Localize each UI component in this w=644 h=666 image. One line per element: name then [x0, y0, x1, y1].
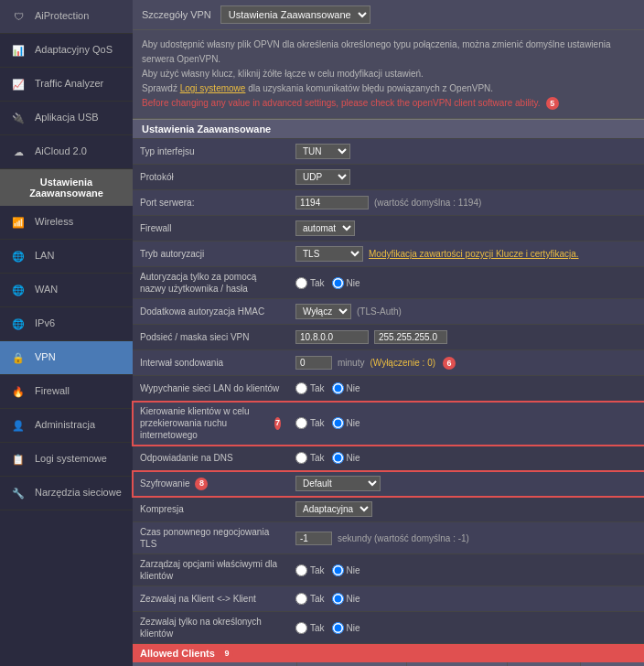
sidebar-label-usb: Aplikacja USB: [35, 112, 99, 124]
value-firewall: automattaknie: [288, 218, 644, 239]
allowed-clients-title: Allowed Clients: [140, 648, 215, 659]
aiprotection-icon: 🛡: [9, 7, 27, 26]
radio-wypychanie: Tak Nie: [295, 382, 360, 394]
select-firewall[interactable]: automattaknie: [295, 220, 355, 236]
input-podsiec-ip[interactable]: [295, 330, 369, 344]
label-zezwalaj-klient: Zezwalaj na Klient <-> Klient: [133, 589, 288, 608]
sidebar-label-wan: WAN: [35, 284, 58, 295]
select-protokol[interactable]: UDPTCP: [295, 169, 350, 185]
value-zezwalaj-tylko: Tak Nie: [288, 619, 644, 637]
row-interwał-sondowania: Interwał sondowania minuty (Wyłączenie :…: [133, 350, 644, 376]
sidebar-label-tools: Narzędzia sieciowe: [35, 487, 122, 499]
badge-5: 5: [546, 97, 559, 110]
value-opcje-wlasciwymi: Tak Nie: [288, 562, 644, 579]
sidebar-item-lan[interactable]: 🌐 LAN: [0, 240, 133, 274]
row-protokol: Protokół UDPTCP: [133, 165, 644, 190]
label-autoryzacja-haslo: Autoryzacja tylko za pomocą nazwy użytko…: [133, 267, 288, 298]
col-maska: Maska podsieci: [407, 662, 508, 666]
sidebar-item-firewall[interactable]: 🔥 Firewall: [0, 375, 133, 409]
info-line3: Sprawdź Logi systemowe dla uzyskania kom…: [142, 81, 636, 96]
radio-dns: Tak Nie: [295, 452, 360, 464]
note-port-serwera: (wartość domyślna : 1194): [374, 198, 481, 208]
select-typ-interfejsu[interactable]: TUNTAP: [295, 144, 350, 159]
radio-tak-wypychanie[interactable]: Tak: [295, 382, 325, 394]
radio-tak-zt[interactable]: Tak: [295, 622, 325, 634]
note-tls: sekundy (wartość domyślna : -1): [338, 533, 469, 543]
row-port-serwera: Port serwera: (wartość domyślna : 1194): [133, 190, 644, 216]
sidebar-item-vpn[interactable]: 🔒 VPN: [0, 341, 133, 375]
sidebar-item-adaptacyjny-qos[interactable]: 📊 Adaptacyjny QoS: [0, 34, 133, 68]
value-dodatkowa-hmac: WyłączWłącz (TLS-Auth): [288, 301, 644, 322]
value-autoryzacja-haslo: Tak Nie: [288, 274, 644, 292]
value-protokol: UDPTCP: [288, 166, 644, 188]
sidebar-item-aplikacja-usb[interactable]: 🔌 Aplikacja USB: [0, 102, 133, 135]
section-header: Ustawienia Zaawansowane: [133, 119, 644, 139]
sidebar-item-administracja[interactable]: 👤 Administracja: [0, 409, 133, 443]
sidebar-label-log: Logi systemowe: [35, 453, 107, 465]
label-dodatkowa-hmac: Dodatkowa autoryzacja HMAC: [133, 302, 288, 321]
sidebar: 🛡 AiProtection 📊 Adaptacyjny QoS 📈 Traff…: [0, 0, 133, 666]
sidebar-item-wireless[interactable]: 📶 Wireless: [0, 206, 133, 240]
sidebar-item-wan[interactable]: 🌐 WAN: [0, 274, 133, 307]
input-podsiec-maska[interactable]: [374, 330, 447, 344]
radio-nie-zt[interactable]: Nie: [332, 622, 360, 634]
row-zezwalaj-tylko: Zezwalaj tylko na określonych klientów T…: [133, 612, 644, 644]
info-line1: Aby udostępnić własny plik OPVN dla okre…: [142, 38, 636, 67]
ipv6-icon: 🌐: [9, 315, 27, 333]
note-wylaczenie: (Wyłączenie : 0): [370, 358, 435, 368]
value-kompresja: AdaptacyjnaNieTak: [288, 499, 644, 520]
label-typ-interfejsu: Typ interfejsu: [133, 142, 288, 161]
radio-autoryzacja-haslo: Tak Nie: [295, 277, 360, 289]
sidebar-label-aiprotection: AiProtection: [35, 10, 89, 22]
sidebar-item-traffic-analyzer[interactable]: 📈 Traffic Analyzer: [0, 68, 133, 102]
radio-nie-zk[interactable]: Nie: [332, 593, 360, 605]
input-port-serwera[interactable]: [295, 196, 369, 209]
select-kompresja[interactable]: AdaptacyjnaNieTak: [295, 501, 372, 517]
note-hmac: (TLS-Auth): [357, 306, 402, 317]
sidebar-item-ipv6[interactable]: 🌐 IPv6: [0, 307, 133, 341]
radio-nie-autoryzacja[interactable]: Nie: [332, 277, 360, 289]
radio-tak-dns[interactable]: Tak: [295, 452, 325, 464]
sidebar-item-narzedzia[interactable]: 🔧 Narzędzia sieciowe: [0, 477, 133, 510]
firewall-icon: 🔥: [9, 382, 27, 401]
radio-nie-dns[interactable]: Nie: [332, 452, 360, 464]
sidebar-label-wireless: Wireless: [35, 216, 73, 228]
label-interwał-sondowania: Interwał sondowania: [133, 353, 288, 372]
logi-link[interactable]: Logi systemowe: [180, 83, 246, 93]
label-odpowiadanie-dns: Odpowiadanie na DNS: [133, 448, 288, 467]
badge-7: 7: [274, 417, 281, 430]
radio-tak-autoryzacja[interactable]: Tak: [295, 277, 325, 289]
label-szyfrowanie: Szyfrowanie 8: [133, 474, 288, 494]
radio-tak-kierowanie[interactable]: Tak: [295, 417, 325, 429]
link-tryb-autoryzacji[interactable]: Modyfikacja zawartości pozycji Klucze i …: [369, 249, 579, 259]
wireless-icon: 📶: [9, 213, 27, 231]
label-kompresja: Kompresja: [133, 500, 288, 519]
radio-zezwalaj-tylko: Tak Nie: [295, 622, 360, 634]
input-tls[interactable]: [295, 532, 332, 545]
value-port-serwera: (wartość domyślna : 1194): [288, 193, 644, 212]
radio-tak-zk[interactable]: Tak: [295, 593, 325, 605]
value-kierowanie-klientow: Tak Nie: [288, 414, 644, 432]
col-nazwa: Nazwa użytkownika: [133, 662, 297, 666]
select-szyfrowanie[interactable]: DefaultAES-128-CBCAES-256-CBC: [295, 476, 381, 491]
sidebar-item-logi[interactable]: 📋 Logi systemowe: [0, 443, 133, 477]
col-adres: Adres IP: [297, 662, 407, 666]
row-wypychanie-sieci: Wypychanie sieci LAN do klientów Tak Nie: [133, 376, 644, 402]
sidebar-label-vpn: VPN: [35, 351, 56, 363]
radio-nie-wypychanie[interactable]: Nie: [332, 382, 360, 394]
radio-tak-opcje[interactable]: Tak: [295, 564, 325, 576]
input-interwał[interactable]: [295, 356, 332, 370]
row-opcje-wlasciwymi: Zarządzaj opcjami właściwymi dla klientó…: [133, 554, 644, 586]
select-tryb-autoryzacji[interactable]: TLSStatic Key: [295, 246, 363, 262]
top-bar: Szczegóły VPN Ustawienia Zaawansowane Us…: [133, 0, 644, 30]
value-typ-interfejsu: TUNTAP: [288, 141, 644, 162]
log-icon: 📋: [9, 450, 27, 468]
radio-nie-kierowanie[interactable]: Nie: [332, 417, 360, 429]
sidebar-item-aicloud[interactable]: ☁ AiCloud 2.0: [0, 135, 133, 169]
topbar-select[interactable]: Ustawienia Zaawansowane Ustawienia Podst…: [220, 5, 370, 24]
sidebar-item-aiprotection[interactable]: 🛡 AiProtection: [0, 0, 133, 34]
select-dodatkowa-hmac[interactable]: WyłączWłącz: [295, 304, 351, 319]
row-kompresja: Kompresja AdaptacyjnaNieTak: [133, 497, 644, 522]
radio-nie-opcje[interactable]: Nie: [332, 564, 360, 576]
topbar-label: Szczegóły VPN: [142, 9, 211, 20]
